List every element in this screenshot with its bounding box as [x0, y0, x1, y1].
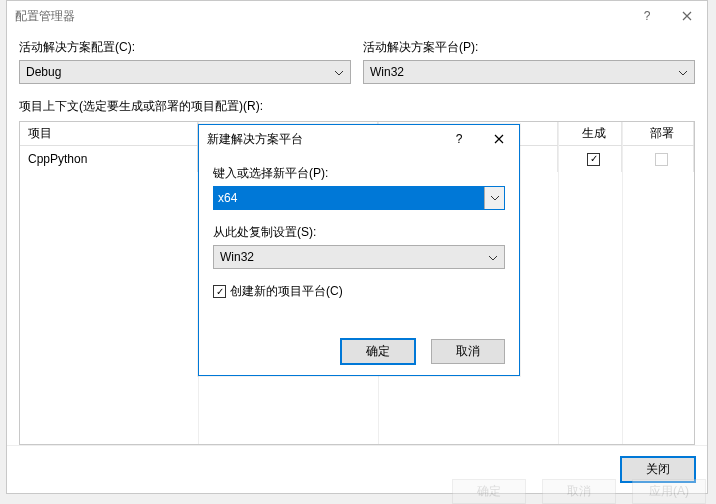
- modal-footer: 确定 取消: [199, 327, 519, 375]
- active-platform-label: 活动解决方案平台(P):: [363, 39, 695, 56]
- ghost-ok: 确定: [452, 479, 526, 504]
- new-platform-combobox[interactable]: x64: [213, 186, 505, 210]
- active-config-label: 活动解决方案配置(C):: [19, 39, 351, 56]
- active-platform-select[interactable]: Win32: [363, 60, 695, 84]
- create-new-checkbox[interactable]: ✓: [213, 285, 226, 298]
- cell-deploy: [622, 146, 694, 172]
- copy-from-select[interactable]: Win32: [213, 245, 505, 269]
- modal-titlebar: 新建解决方案平台 ?: [199, 125, 519, 153]
- cancel-button[interactable]: 取消: [431, 339, 505, 364]
- titlebar: 配置管理器 ?: [7, 1, 707, 31]
- active-config-select[interactable]: Debug: [19, 60, 351, 84]
- chevron-down-icon[interactable]: [484, 187, 504, 209]
- copy-from-value: Win32: [220, 250, 254, 264]
- col-project: 项目: [20, 122, 198, 145]
- close-icon: [682, 11, 692, 21]
- create-new-label: 创建新的项目平台(C): [230, 283, 343, 300]
- help-button[interactable]: ?: [627, 1, 667, 31]
- ok-button[interactable]: 确定: [341, 339, 415, 364]
- chevron-down-icon: [678, 65, 688, 79]
- close-window-button[interactable]: [667, 1, 707, 31]
- active-config-value: Debug: [26, 65, 61, 79]
- ghost-cancel: 取消: [542, 479, 616, 504]
- active-platform-value: Win32: [370, 65, 404, 79]
- cell-build: ✓: [558, 146, 622, 172]
- col-build: 生成: [558, 122, 622, 145]
- new-platform-label: 键入或选择新平台(P):: [213, 165, 505, 182]
- close-icon: [494, 134, 504, 144]
- window-title: 配置管理器: [15, 8, 75, 25]
- copy-from-label: 从此处复制设置(S):: [213, 224, 505, 241]
- deploy-checkbox[interactable]: [655, 153, 668, 166]
- new-platform-value: x64: [214, 187, 484, 209]
- ghost-apply: 应用(A): [632, 479, 706, 504]
- modal-title: 新建解决方案平台: [207, 131, 303, 148]
- modal-help-button[interactable]: ?: [439, 125, 479, 153]
- build-checkbox[interactable]: ✓: [587, 153, 600, 166]
- create-new-checkbox-row: ✓ 创建新的项目平台(C): [213, 283, 505, 300]
- cell-project: CppPython: [20, 146, 198, 172]
- modal-close-button[interactable]: [479, 125, 519, 153]
- col-deploy: 部署: [622, 122, 694, 145]
- project-context-label: 项目上下文(选定要生成或部署的项目配置)(R):: [19, 98, 695, 115]
- new-solution-platform-dialog: 新建解决方案平台 ? 键入或选择新平台(P): x64 从此处复制设置(S): …: [198, 124, 520, 376]
- chevron-down-icon: [334, 65, 344, 79]
- modal-body: 键入或选择新平台(P): x64 从此处复制设置(S): Win32 ✓ 创建新…: [199, 153, 519, 327]
- background-buttons: 确定 取消 应用(A): [452, 479, 706, 504]
- chevron-down-icon: [488, 250, 498, 264]
